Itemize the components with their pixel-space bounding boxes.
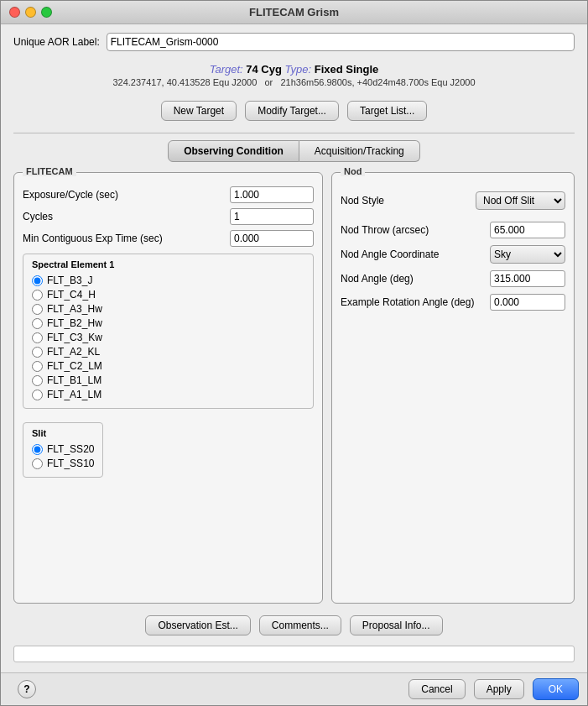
spectral-option-4: FLT_C3_Kw (32, 332, 304, 343)
target-coords1: 324.237417, 40.413528 Equ J2000 (112, 77, 257, 87)
window-controls[interactable] (9, 7, 52, 18)
nod-style-select[interactable]: Nod Off Slit Nod Along Slit No Nod (476, 191, 565, 210)
spectral-label-FLT_A2_KL: FLT_A2_KL (47, 346, 100, 358)
spectral-radio-FLT_A2_KL[interactable] (32, 347, 43, 358)
slit-option-1: FLT_SS10 (32, 458, 94, 469)
spectral-label-FLT_A1_LM: FLT_A1_LM (47, 389, 101, 400)
spectral-label-FLT_C4_H: FLT_C4_H (47, 289, 96, 301)
spectral-radio-FLT_B3_J[interactable] (32, 275, 43, 286)
cancel-button[interactable]: Cancel (408, 679, 465, 699)
flitecam-group-title: FLITECAM (23, 166, 76, 176)
nod-example-label: Example Rotation Angle (deg) (341, 296, 490, 308)
help-button[interactable]: ? (18, 680, 36, 698)
proposal-info-button[interactable]: Proposal Info... (350, 615, 443, 635)
spectral-radio-FLT_A1_LM[interactable] (32, 390, 43, 400)
window-title: FLITECAM Grism (249, 6, 339, 18)
nod-style-label: Nod Style (341, 195, 469, 207)
comments-button[interactable]: Comments... (259, 615, 341, 635)
nod-group-title: Nod (341, 166, 365, 176)
aor-row: Unique AOR Label: (13, 33, 575, 51)
spectral-group: Spectral Element 1 FLT_B3_J FLT_C4_H FLT… (23, 254, 314, 409)
target-coords2: 21h36m56.9800s, +40d24m48.700s Equ J2000 (280, 77, 475, 87)
tab-acquisition-tracking[interactable]: Acquisition/Tracking (299, 140, 420, 162)
spectral-option-3: FLT_B2_Hw (32, 317, 304, 329)
bottom-bar: ? Cancel Apply OK (1, 672, 587, 705)
spectral-radio-FLT_C4_H[interactable] (32, 290, 43, 301)
apply-button[interactable]: Apply (474, 679, 524, 699)
slit-group: Slit FLT_SS20 FLT_SS10 (23, 422, 103, 478)
slit-option-0: FLT_SS20 (32, 443, 94, 455)
minimize-button[interactable] (25, 7, 36, 18)
spectral-option-1: FLT_C4_H (32, 289, 304, 301)
cycles-label: Cycles (23, 211, 230, 222)
flitecam-panel: FLITECAM Exposure/Cycle (sec) Cycles Min… (13, 172, 323, 604)
target-buttons: New Target Modify Target... Target List.… (13, 101, 575, 121)
target-or: or (265, 77, 273, 87)
nod-throw-input[interactable] (490, 222, 565, 238)
modify-target-button[interactable]: Modify Target... (245, 101, 339, 121)
spectral-option-6: FLT_C2_LM (32, 360, 304, 372)
nod-angle-coord-select[interactable]: Sky Instrument Telescope (490, 245, 565, 264)
aor-input[interactable] (107, 33, 575, 51)
close-button[interactable] (9, 7, 20, 18)
spectral-label-FLT_B3_J: FLT_B3_J (47, 275, 92, 286)
target-line1: Target: 74 Cyg Type: Fixed Single (13, 63, 575, 76)
nod-style-row: Nod Style Nod Off Slit Nod Along Slit No… (341, 191, 565, 210)
spectral-option-8: FLT_A1_LM (32, 389, 304, 400)
new-target-button[interactable]: New Target (161, 101, 237, 121)
target-type-label: Type: (285, 63, 312, 76)
spectral-radio-FLT_B1_LM[interactable] (32, 375, 43, 386)
nod-throw-label: Nod Throw (arcsec) (341, 224, 490, 236)
slit-container: Slit FLT_SS20 FLT_SS10 (23, 416, 314, 478)
nod-example-row: Example Rotation Angle (deg) (341, 294, 565, 311)
nod-angle-coord-label: Nod Angle Coordinate (341, 248, 490, 260)
nod-angle-input[interactable] (490, 270, 565, 287)
spectral-option-2: FLT_A3_Hw (32, 303, 304, 315)
maximize-button[interactable] (41, 7, 52, 18)
spectral-option-0: FLT_B3_J (32, 275, 304, 286)
target-coords: 324.237417, 40.413528 Equ J2000 or 21h36… (13, 77, 575, 87)
spectral-option-5: FLT_A2_KL (32, 346, 304, 358)
min-exp-input[interactable] (230, 230, 314, 247)
spectral-radio-FLT_C3_Kw[interactable] (32, 332, 43, 343)
aor-label: Unique AOR Label: (13, 36, 100, 48)
spectral-radio-FLT_A3_Hw[interactable] (32, 304, 43, 315)
target-section: Target: 74 Cyg Type: Fixed Single 324.23… (13, 60, 575, 91)
cycles-input[interactable] (230, 208, 314, 225)
exposure-row: Exposure/Cycle (sec) (23, 186, 314, 203)
nod-angle-label: Nod Angle (deg) (341, 273, 490, 285)
nod-panel: Nod Nod Style Nod Off Slit Nod Along Sli… (331, 172, 575, 604)
slit-label-FLT_SS20: FLT_SS20 (47, 443, 94, 455)
target-list-button[interactable]: Target List... (347, 101, 427, 121)
exposure-input[interactable] (230, 186, 314, 203)
spectral-label-FLT_A3_Hw: FLT_A3_Hw (47, 303, 102, 315)
nod-example-input[interactable] (490, 294, 565, 311)
titlebar: FLITECAM Grism (1, 1, 587, 24)
ok-button[interactable]: OK (533, 678, 579, 700)
spectral-radio-FLT_C2_LM[interactable] (32, 361, 43, 372)
target-type-value: Fixed Single (315, 63, 379, 76)
slit-title: Slit (32, 428, 94, 438)
nod-throw-row: Nod Throw (arcsec) (341, 222, 565, 238)
spectral-label-FLT_C3_Kw: FLT_C3_Kw (47, 332, 102, 343)
spectral-label-FLT_C2_LM: FLT_C2_LM (47, 360, 102, 372)
exposure-label: Exposure/Cycle (sec) (23, 189, 230, 201)
spectral-label-FLT_B2_Hw: FLT_B2_Hw (47, 317, 102, 329)
min-exp-row: Min Contiguous Exp Time (sec) (23, 230, 314, 247)
nod-angle-row: Nod Angle (deg) (341, 270, 565, 287)
spectral-option-7: FLT_B1_LM (32, 374, 304, 386)
observation-est-button[interactable]: Observation Est... (145, 615, 250, 635)
target-name: 74 Cyg (246, 63, 282, 76)
spectral-title: Spectral Element 1 (32, 259, 304, 269)
spectral-radio-FLT_B2_Hw[interactable] (32, 318, 43, 329)
slit-radio-FLT_SS20[interactable] (32, 444, 43, 455)
tab-observing-condition[interactable]: Observing Condition (168, 140, 299, 162)
min-exp-label: Min Contiguous Exp Time (sec) (23, 233, 230, 244)
slit-radio-FLT_SS10[interactable] (32, 458, 43, 469)
progress-bar (13, 646, 575, 662)
cycles-row: Cycles (23, 208, 314, 225)
tabs-row: Observing Condition Acquisition/Tracking (13, 140, 575, 162)
nod-angle-coord-row: Nod Angle Coordinate Sky Instrument Tele… (341, 245, 565, 264)
divider (13, 133, 575, 133)
target-label: Target: (210, 63, 243, 76)
